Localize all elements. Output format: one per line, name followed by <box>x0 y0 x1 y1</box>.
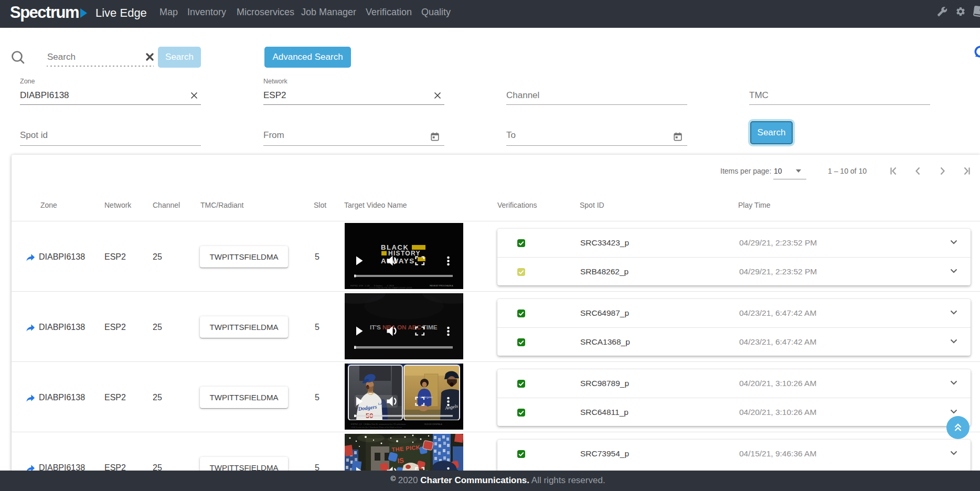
svg-text:LIVE To vote the No.1 Standou: LIVE To vote the No.1 Standouts Player o… <box>351 426 402 429</box>
svg-text:ESPN2 Q3 CB Alex Kim St. an: ESPN2 Q3 CB Alex Kim St. announces his '… <box>351 423 406 425</box>
svg-text:HISTORY: HISTORY <box>388 250 421 257</box>
svg-text:BUDDE KEMPALA: BUDDE KEMPALA <box>424 423 442 425</box>
svg-text:REVEST PROCHAZKA: REVEST PROCHAZKA <box>430 284 453 287</box>
svg-text:ALWAYS: ALWAYS <box>381 257 415 265</box>
svg-text:IT'S NBA ON ABC TIME: IT'S NBA ON ABC TIME <box>370 324 438 331</box>
svg-text:4 2 5 6 3 PM 530 PM 730 CHAMPI: 4 2 5 6 3 PM 530 PM 730 CHAMPIONSHIP DRI… <box>369 287 412 289</box>
svg-text:IS: IS <box>397 456 404 465</box>
